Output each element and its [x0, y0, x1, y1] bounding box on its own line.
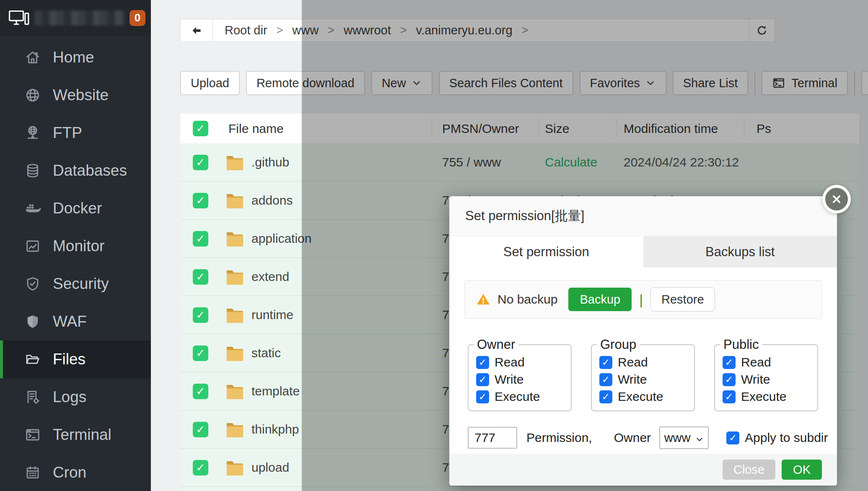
checkbox-label: Execute	[741, 390, 786, 404]
backup-status-text: No backup	[497, 292, 557, 307]
sidebar-item-security[interactable]: Security	[0, 265, 151, 303]
dialog-header: Set permission[批量]	[449, 196, 837, 236]
select-all-checkbox[interactable]	[193, 121, 208, 136]
checkbox-label: Read	[618, 355, 648, 369]
sidebar-item-ftp[interactable]: FTP	[0, 114, 151, 152]
folder-icon	[225, 459, 244, 476]
sidebar-item-logs[interactable]: Logs	[0, 378, 151, 416]
backup-divider: |	[639, 291, 643, 308]
owner-execute-checkbox[interactable]	[476, 390, 489, 403]
close-button[interactable]: Close	[723, 460, 775, 480]
column-header-file-name[interactable]: File name	[228, 114, 284, 143]
sidebar-item-label: Logs	[53, 388, 86, 406]
checkbox-label: Write	[495, 372, 523, 387]
owner-legend: Owner	[474, 337, 518, 352]
chevron-down-icon	[695, 433, 704, 442]
group-permission-group: Group Read Write Execute	[591, 337, 695, 411]
dialog-body: No backup Backup | Restore Owner Read Wr…	[449, 280, 837, 449]
sidebar-item-terminal[interactable]: Terminal	[0, 416, 151, 454]
row-checkbox[interactable]	[193, 384, 208, 399]
toolbar-button[interactable]: Upload	[180, 71, 240, 95]
row-checkbox[interactable]	[193, 231, 208, 247]
sidebar-item-monitor[interactable]: Monitor	[0, 227, 151, 265]
dialog-title: Set permission[批量]	[465, 207, 584, 225]
sidebar-item-icon	[24, 49, 41, 66]
sidebar-item-waf[interactable]: WAF	[0, 303, 151, 340]
apply-to-subdir-label: Apply to subdir	[745, 431, 828, 445]
row-checkbox[interactable]	[193, 460, 208, 475]
server-name-redacted	[34, 10, 124, 26]
sidebar-item-icon	[24, 125, 41, 141]
file-name-link[interactable]: .github	[251, 155, 289, 169]
folder-icon	[225, 192, 244, 209]
checkbox-label: Read	[495, 355, 525, 369]
public-read-checkbox[interactable]	[723, 356, 736, 369]
public-legend: Public	[720, 337, 762, 352]
row-checkbox[interactable]	[193, 193, 208, 208]
sidebar-item-cron[interactable]: Cron	[0, 454, 151, 491]
row-checkbox[interactable]	[193, 155, 208, 170]
owner-label: Owner	[614, 431, 651, 445]
dialog-tabs: Set permission Backups list	[449, 236, 837, 268]
row-checkbox[interactable]	[193, 422, 208, 437]
file-name-link[interactable]: runtime	[251, 308, 293, 322]
group-execute-checkbox[interactable]	[599, 390, 612, 403]
row-checkbox[interactable]	[193, 269, 208, 285]
back-button[interactable]	[181, 19, 213, 42]
sidebar-item-label: Security	[53, 275, 109, 293]
sidebar-item-label: Docker	[53, 200, 102, 217]
group-read-checkbox[interactable]	[599, 356, 612, 369]
sidebar-item-databases[interactable]: Databases	[0, 152, 151, 190]
breadcrumb-item[interactable]: Root dir	[225, 23, 267, 37]
file-name-link[interactable]: static	[251, 346, 281, 360]
notification-badge[interactable]: 0	[130, 10, 145, 26]
group-write-checkbox[interactable]	[599, 373, 612, 386]
tab-backups-list[interactable]: Backups list	[643, 236, 837, 268]
tab-set-permission[interactable]: Set permission	[449, 236, 643, 268]
sidebar-item-label: Cron	[53, 464, 86, 481]
sidebar-item-files[interactable]: Files	[0, 340, 151, 378]
folder-icon	[225, 154, 244, 171]
sidebar-item-icon	[24, 464, 41, 481]
public-execute-checkbox[interactable]	[723, 390, 736, 403]
folder-icon	[225, 421, 244, 438]
file-name-link[interactable]: addons	[251, 193, 293, 208]
sidebar-item-label: FTP	[53, 124, 82, 142]
folder-icon	[225, 345, 244, 362]
sidebar-item-website[interactable]: Website	[0, 76, 151, 114]
file-name-link[interactable]: template	[251, 384, 300, 398]
warning-triangle-icon	[476, 292, 491, 307]
sidebar-item-docker[interactable]: Docker	[0, 190, 151, 227]
ok-button[interactable]: OK	[782, 460, 822, 480]
back-arrow-icon	[190, 24, 203, 37]
file-name-link[interactable]: thinkphp	[251, 422, 299, 436]
apply-to-subdir-checkbox[interactable]	[726, 431, 739, 444]
sidebar-item-icon	[24, 162, 41, 179]
dialog-close-icon[interactable]	[822, 185, 851, 213]
row-checkbox[interactable]	[193, 307, 208, 323]
sidebar-item-home[interactable]: Home	[0, 39, 151, 76]
set-permission-dialog: Set permission[批量] Set permission Backup…	[449, 196, 837, 486]
sidebar-item-label: Files	[53, 351, 86, 368]
sidebar-item-icon	[24, 87, 41, 104]
sidebar-item-icon	[24, 426, 41, 443]
file-name-link[interactable]: upload	[251, 460, 289, 475]
owner-write-checkbox[interactable]	[476, 373, 489, 386]
owner-read-checkbox[interactable]	[476, 356, 489, 369]
restore-button[interactable]: Restore	[650, 287, 715, 312]
owner-select-value: www	[664, 431, 691, 445]
file-name-link[interactable]: extend	[251, 270, 289, 284]
sidebar-item-label: Terminal	[53, 426, 111, 444]
public-write-checkbox[interactable]	[723, 373, 736, 386]
apply-to-subdir: Apply to subdir	[726, 431, 828, 445]
breadcrumb-separator: >	[277, 24, 283, 37]
folder-icon	[225, 307, 244, 324]
backup-status-box: No backup Backup | Restore	[464, 280, 822, 319]
permission-groups: Owner Read Write Execute Group Read Writ…	[468, 337, 837, 411]
row-checkbox[interactable]	[193, 346, 208, 361]
computer-logo-icon	[8, 9, 30, 27]
owner-select[interactable]: www	[659, 426, 709, 449]
group-legend: Group	[597, 337, 640, 352]
permission-value-input[interactable]	[468, 427, 517, 449]
backup-button[interactable]: Backup	[568, 288, 632, 311]
